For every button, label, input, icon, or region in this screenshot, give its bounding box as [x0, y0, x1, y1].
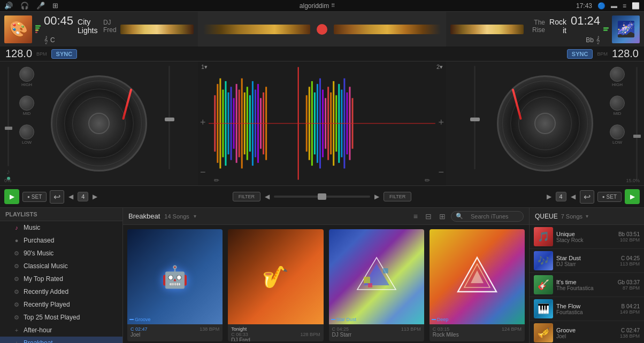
- controls-center: FILTER ◀ ▶ FILTER: [198, 192, 446, 201]
- set-button-right[interactable]: ● SET: [597, 192, 622, 202]
- track-info-left: 00:45 City Lights DJ Fred 𝄞 C: [44, 14, 117, 44]
- gear-icon-3: ⚙: [13, 275, 20, 283]
- undo-button-left[interactable]: ↩: [50, 190, 64, 204]
- turntable-right[interactable]: [497, 75, 593, 172]
- crossfader[interactable]: [274, 196, 370, 198]
- set-button-left[interactable]: ● SET: [22, 192, 47, 202]
- sync-right-button[interactable]: SYNC: [567, 49, 593, 59]
- eq-high-left[interactable]: HIGH: [19, 67, 34, 87]
- track-info-right: The Rise Rock it 01:24 Bb 𝄞: [527, 14, 600, 44]
- sidebar-item-top25[interactable]: ⚙ Top 25 Most Played: [0, 311, 122, 324]
- eq-mid-left[interactable]: MID: [19, 96, 34, 116]
- headphone-icon: 🎧: [20, 2, 29, 10]
- deck-right-key: Bb: [586, 36, 594, 44]
- song-card-tonight[interactable]: 🎷 Tonight C 06:33 128 BPM DJ Fred: [228, 229, 323, 341]
- play-button-right[interactable]: ▶: [625, 189, 640, 204]
- prev-button-left[interactable]: ◀: [67, 192, 74, 201]
- undo-button-right[interactable]: ↩: [580, 190, 594, 204]
- grid-view-button[interactable]: ⊞: [437, 211, 448, 222]
- waveform-left-mini: [203, 25, 310, 34]
- waveform-svg: ✏ ✏: [198, 61, 446, 185]
- bpm-left-value: 128.0: [5, 48, 32, 60]
- volume-fader-left[interactable]: ♪: [6, 67, 10, 180]
- sidebar-item-top-rated[interactable]: ⚙ My Top Rated: [0, 272, 122, 285]
- sidebar-item-recently-played[interactable]: ⚙ Recently Played: [0, 298, 122, 311]
- sidebar-item-breakbeat[interactable]: + Breakbeat: [0, 337, 122, 343]
- waveform-mini-right: [450, 25, 524, 34]
- eq-low-right[interactable]: LOW: [610, 124, 625, 145]
- music-note-left: ♪: [6, 167, 10, 176]
- filter-button-right[interactable]: FILTER: [384, 192, 411, 201]
- prev-center[interactable]: ◀: [264, 192, 271, 201]
- track-header-left: 🎨 00:45 City Lights DJ Fred 𝄞 C: [0, 12, 198, 46]
- song-card-deep[interactable]: Deep C 03:15 124 BPM Rock Miles: [430, 229, 525, 341]
- filter-button-left[interactable]: FILTER: [233, 192, 260, 201]
- song-card-groove[interactable]: 🤖 Groove C 02:47 138 BPM Joel: [127, 229, 223, 341]
- queue-artist-groove2: Joel: [556, 333, 617, 339]
- sidebar-item-recently-added[interactable]: ⚙ Recently Added: [0, 285, 122, 298]
- queue-thumb-itstime: 🎸: [534, 275, 553, 294]
- song-card-stardust[interactable]: Star Dust C 04:25 113 BPM DJ Starr: [329, 229, 424, 341]
- queue-item-groove2[interactable]: 🎺 Groove Joel C 02:47 138 BPM: [530, 321, 644, 343]
- tile-view-button[interactable]: ⊟: [423, 211, 434, 222]
- song-thumb-deep: Deep: [430, 229, 525, 324]
- queue-item-itstime[interactable]: 🎸 It's time The Fourtastica Gb 03:37 87 …: [530, 273, 644, 297]
- playlist-count: 14 Songs: [164, 213, 189, 220]
- search-input[interactable]: [465, 212, 519, 221]
- queue-count: 7 Songs: [561, 213, 582, 220]
- queue-title-theflow: The Flow: [556, 303, 617, 309]
- gear-icon-6: ⚙: [13, 314, 20, 321]
- pitch-slider-left[interactable]: [168, 66, 170, 169]
- queue-thumb-theflow: 🎹: [534, 299, 553, 318]
- svg-rect-46: [368, 283, 372, 287]
- bpm-left: 128.0 BPM SYNC: [0, 48, 198, 60]
- queue-title-stardust2: Star Dust: [556, 255, 617, 261]
- sidebar-item-after-hour[interactable]: + After-hour: [0, 324, 122, 337]
- next-button-right[interactable]: ▶: [546, 192, 553, 201]
- volume-fader-right[interactable]: [636, 67, 638, 180]
- song-thumb-groove: 🤖 Groove: [127, 229, 223, 324]
- queue-item-theflow[interactable]: 🎹 The Flow Fourtastica B 04:21 149 BPM: [530, 297, 644, 321]
- sync-left-button[interactable]: SYNC: [51, 49, 78, 59]
- pct-left: 0%: [4, 178, 11, 183]
- song-meta-tonight: Tonight: [231, 326, 320, 332]
- sidebar-item-purchased[interactable]: ● Purchased: [0, 234, 122, 247]
- list-view-button[interactable]: ≡: [411, 211, 420, 222]
- song-info-deep: C 03:15 124 BPM Rock Miles: [430, 324, 525, 340]
- search-container[interactable]: 🔍: [451, 211, 524, 222]
- queue-artist-theflow: Fourtastica: [556, 309, 617, 315]
- queue-item-stardust[interactable]: 🎶 Star Dust DJ Starr C 04:25 113 BPM: [530, 249, 644, 273]
- pitch-slider-right[interactable]: [474, 66, 476, 169]
- queue-panel: QUEUE 7 Songs ▾ 🎵 Unique Stacy Rock Bb 0…: [529, 208, 644, 343]
- music-icon: ♪: [13, 224, 20, 231]
- queue-meta-itstime: Gb 03:37 87 BPM: [618, 279, 640, 291]
- sidebar-item-classical[interactable]: ⚙ Classical Music: [0, 260, 122, 272]
- queue-artist-stardust2: DJ Starr: [556, 261, 617, 267]
- sidebar-item-music[interactable]: ♪ Music: [0, 221, 122, 234]
- eq-high-right[interactable]: HIGH: [610, 67, 625, 87]
- play-button-left[interactable]: ▶: [4, 189, 19, 204]
- song-thumb-tonight: 🎷: [228, 229, 323, 324]
- prev-button-right[interactable]: ◀: [570, 192, 577, 201]
- queue-item-unique[interactable]: 🎵 Unique Stacy Rock Bb 03:51 102 BPM: [530, 225, 644, 249]
- queue-meta-stardust2: C 04:25 113 BPM: [620, 255, 640, 267]
- loop-number-left: 4: [78, 192, 88, 201]
- next-center[interactable]: ▶: [373, 192, 380, 201]
- deck-body: ♪ HIGH MID LOW: [0, 61, 644, 185]
- queue-thumb-groove2: 🎺: [534, 323, 553, 342]
- next-button-left[interactable]: ▶: [91, 192, 98, 201]
- eq-low-left[interactable]: LOW: [19, 124, 34, 145]
- queue-meta-unique: Bb 03:51 102 BPM: [618, 231, 640, 243]
- gear-icon-4: ⚙: [13, 288, 20, 295]
- sidebar-item-90s[interactable]: ⚙ 90's Music: [0, 247, 122, 260]
- search-icon: 🔍: [456, 213, 463, 220]
- volume-icon: 🔊: [4, 2, 13, 10]
- record-button[interactable]: [317, 24, 327, 35]
- triangle-pattern: [355, 255, 398, 298]
- app-name: algoriddim: [300, 2, 329, 10]
- eq-mid-right[interactable]: MID: [610, 96, 625, 116]
- turntable-left[interactable]: [51, 75, 147, 172]
- waveform-area: 1▾ 2▾ + + − −: [198, 61, 446, 185]
- dropdown-icon: ▾: [194, 213, 196, 219]
- bpm-right-unit: BPM: [597, 51, 608, 57]
